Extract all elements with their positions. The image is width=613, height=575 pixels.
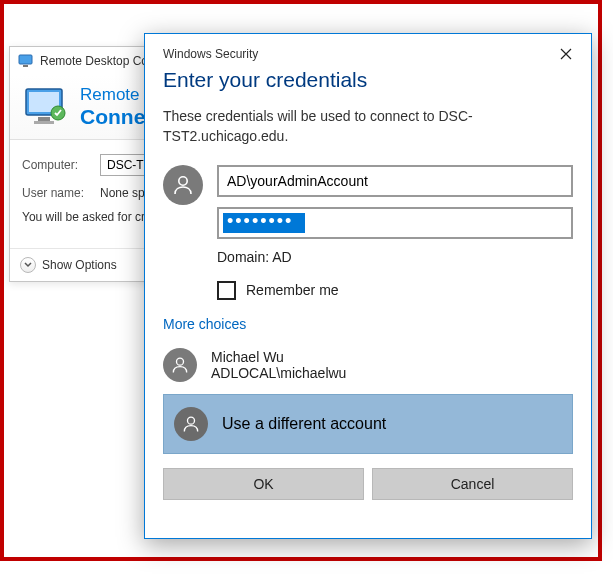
avatar-icon xyxy=(163,165,203,205)
svg-rect-1 xyxy=(23,65,28,67)
show-options-toggle[interactable]: Show Options xyxy=(20,257,117,273)
account-domain-user: ADLOCAL\michaelwu xyxy=(211,365,346,381)
show-options-label: Show Options xyxy=(42,258,117,272)
password-input[interactable] xyxy=(217,207,573,239)
checkbox-box xyxy=(217,281,236,300)
security-subtitle: These credentials will be used to connec… xyxy=(145,106,591,165)
rdc-username-label: User name: xyxy=(22,186,100,200)
cancel-button[interactable]: Cancel xyxy=(372,468,573,500)
person-icon xyxy=(181,414,201,434)
ok-button[interactable]: OK xyxy=(163,468,364,500)
svg-rect-5 xyxy=(34,121,54,124)
close-icon xyxy=(560,48,572,60)
avatar-icon xyxy=(163,348,197,382)
dialog-buttons: OK Cancel xyxy=(145,468,591,516)
avatar-icon xyxy=(174,407,208,441)
rdc-computer-label: Computer: xyxy=(22,158,100,172)
rdc-app-icon xyxy=(18,53,34,69)
credential-fields: •••••••• Domain: AD Remember me xyxy=(217,165,573,300)
credentials-block: •••••••• Domain: AD Remember me xyxy=(145,165,591,316)
person-icon xyxy=(170,355,190,375)
security-header: Windows Security xyxy=(145,34,591,68)
person-icon xyxy=(171,173,195,197)
username-input[interactable] xyxy=(217,165,573,197)
svg-point-9 xyxy=(188,417,195,424)
use-different-account-label: Use a different account xyxy=(222,415,386,433)
windows-security-dialog: Windows Security Enter your credentials … xyxy=(144,33,592,539)
saved-account-row[interactable]: Michael Wu ADLOCAL\michaelwu xyxy=(145,342,591,388)
close-button[interactable] xyxy=(551,42,581,66)
security-header-label: Windows Security xyxy=(163,47,258,61)
account-display-name: Michael Wu xyxy=(211,349,346,365)
chevron-down-icon xyxy=(20,257,36,273)
saved-account-text: Michael Wu ADLOCAL\michaelwu xyxy=(211,349,346,381)
use-different-account-row[interactable]: Use a different account xyxy=(163,394,573,454)
svg-point-8 xyxy=(177,358,184,365)
remember-me-checkbox[interactable]: Remember me xyxy=(217,281,573,300)
svg-point-7 xyxy=(179,176,187,184)
domain-label: Domain: AD xyxy=(217,249,573,265)
svg-rect-0 xyxy=(19,55,32,64)
remember-me-label: Remember me xyxy=(246,282,339,298)
svg-rect-4 xyxy=(38,117,50,121)
security-title: Enter your credentials xyxy=(145,68,591,106)
monitor-icon xyxy=(24,87,68,127)
more-choices-link[interactable]: More choices xyxy=(145,316,591,342)
